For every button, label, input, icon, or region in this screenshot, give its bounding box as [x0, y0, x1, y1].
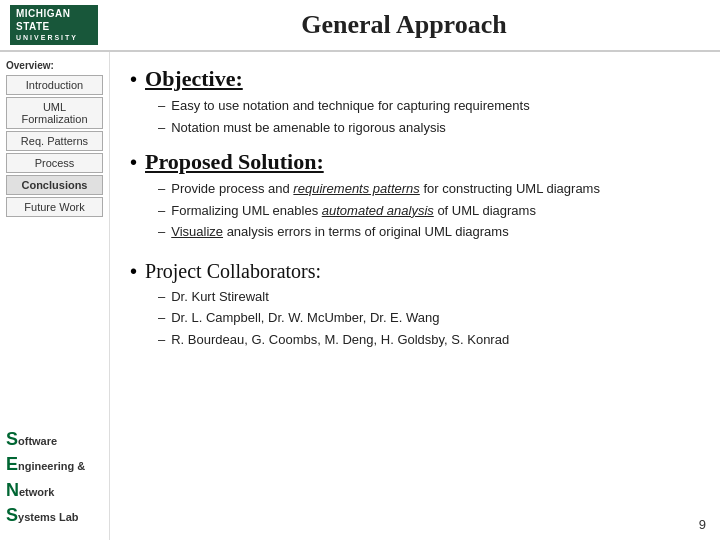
- dash-icon: –: [158, 330, 165, 350]
- sidebar-item-introduction[interactable]: Introduction: [6, 75, 103, 95]
- page-title-area: General Approach: [98, 10, 710, 40]
- proposed-solution-title: Proposed Solution:: [145, 149, 324, 175]
- solution-text-2: Formalizing UML enables automated analys…: [171, 201, 700, 221]
- proposed-solution-items: – Provide process and requirements patte…: [158, 179, 700, 242]
- collaborator-text-1: Dr. Kurt Stirewalt: [171, 287, 700, 307]
- collaborators-title: Project Collaborators:: [145, 260, 321, 283]
- collaborator-text-2: Dr. L. Campbell, Dr. W. McUmber, Dr. E. …: [171, 308, 700, 328]
- solution-item-2: – Formalizing UML enables automated anal…: [158, 201, 700, 221]
- sidebar-item-process[interactable]: Process: [6, 153, 103, 173]
- sidebar-item-conclusions[interactable]: Conclusions: [6, 175, 103, 195]
- collaborators-items: – Dr. Kurt Stirewalt – Dr. L. Campbell, …: [158, 287, 700, 350]
- sidebar-item-future-work[interactable]: Future Work: [6, 197, 103, 217]
- objective-item-1: – Easy to use notation and technique for…: [158, 96, 700, 116]
- objective-title: Objective:: [145, 66, 243, 92]
- dash-icon: –: [158, 308, 165, 328]
- proposed-solution-header: • Proposed Solution:: [130, 149, 700, 175]
- sens-engineering: Engineering &: [6, 452, 103, 477]
- collaborators-header: • Project Collaborators:: [130, 260, 700, 283]
- page-title: General Approach: [98, 10, 710, 40]
- overview-label: Overview:: [6, 60, 103, 71]
- solution-item-1: – Provide process and requirements patte…: [158, 179, 700, 199]
- msu-name-line2: UNIVERSITY: [16, 33, 92, 42]
- objective-header: • Objective:: [130, 66, 700, 92]
- solution-item-3: – Visualize analysis errors in terms of …: [158, 222, 700, 242]
- bullet-dot-solution: •: [130, 152, 137, 172]
- objective-text-2: Notation must be amenable to rigorous an…: [171, 118, 700, 138]
- sidebar-navigation: Overview: Introduction UML Formalization…: [6, 60, 103, 219]
- msu-name-line1: MICHIGAN STATE: [16, 7, 92, 33]
- sidebar-item-req-patterns[interactable]: Req. Patterns: [6, 131, 103, 151]
- objective-items: – Easy to use notation and technique for…: [158, 96, 700, 137]
- sens-software: Software: [6, 427, 103, 452]
- sens-systems: Systems Lab: [6, 503, 103, 528]
- collaborator-text-3: R. Bourdeau, G. Coombs, M. Deng, H. Gold…: [171, 330, 700, 350]
- sens-logo: Software Engineering & Network Systems L…: [6, 427, 103, 532]
- objective-text-1: Easy to use notation and technique for c…: [171, 96, 700, 116]
- collaborator-item-2: – Dr. L. Campbell, Dr. W. McUmber, Dr. E…: [158, 308, 700, 328]
- collaborator-item-3: – R. Bourdeau, G. Coombs, M. Deng, H. Go…: [158, 330, 700, 350]
- page-number: 9: [699, 517, 706, 532]
- solution-text-3: Visualize analysis errors in terms of or…: [171, 222, 700, 242]
- collaborator-item-1: – Dr. Kurt Stirewalt: [158, 287, 700, 307]
- dash-icon: –: [158, 179, 165, 199]
- collaborators-section: • Project Collaborators: – Dr. Kurt Stir…: [130, 260, 700, 350]
- sidebar-item-uml-formalization[interactable]: UML Formalization: [6, 97, 103, 129]
- dash-icon: –: [158, 201, 165, 221]
- content-area: • Objective: – Easy to use notation and …: [110, 52, 720, 540]
- main-layout: Overview: Introduction UML Formalization…: [0, 52, 720, 540]
- dash-icon: –: [158, 222, 165, 242]
- sens-network: Network: [6, 478, 103, 503]
- bullet-dot-collaborators: •: [130, 261, 137, 281]
- dash-icon: –: [158, 118, 165, 138]
- msu-logo: MICHIGAN STATE UNIVERSITY: [10, 5, 98, 45]
- header: MICHIGAN STATE UNIVERSITY General Approa…: [0, 0, 720, 52]
- dash-icon: –: [158, 96, 165, 116]
- objective-section: • Objective: – Easy to use notation and …: [130, 66, 700, 137]
- objective-item-2: – Notation must be amenable to rigorous …: [158, 118, 700, 138]
- bullet-dot-objective: •: [130, 69, 137, 89]
- proposed-solution-section: • Proposed Solution: – Provide process a…: [130, 149, 700, 242]
- solution-text-1: Provide process and requirements pattern…: [171, 179, 700, 199]
- dash-icon: –: [158, 287, 165, 307]
- sidebar: Overview: Introduction UML Formalization…: [0, 52, 110, 540]
